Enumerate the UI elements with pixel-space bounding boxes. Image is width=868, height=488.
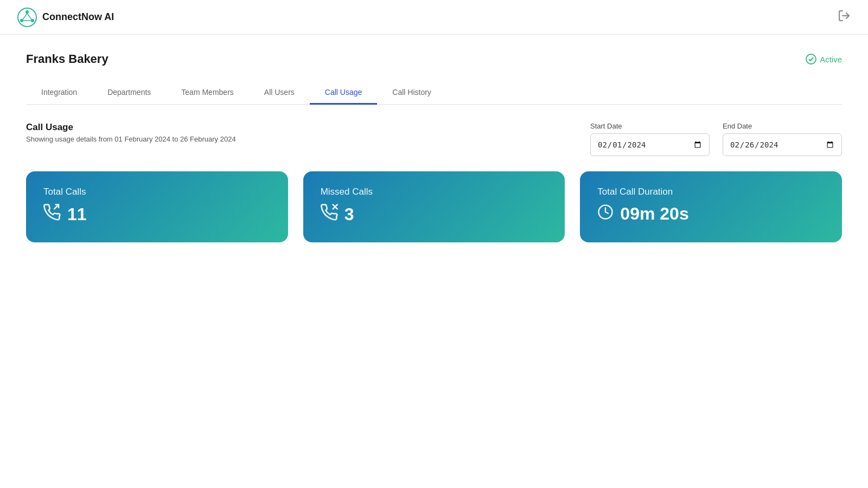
- total-calls-number: 11: [67, 204, 87, 224]
- end-date-group: End Date: [723, 122, 842, 156]
- missed-calls-title: Missed Calls: [321, 187, 548, 197]
- total-calls-card: Total Calls 11: [26, 171, 288, 242]
- total-duration-value-row: 09m 20s: [597, 204, 825, 224]
- logout-button[interactable]: [838, 9, 851, 25]
- page-title: Franks Bakery: [26, 52, 108, 66]
- svg-point-8: [806, 54, 816, 64]
- missed-calls-card: Missed Calls 3: [303, 171, 565, 242]
- section-subtitle: Showing usage details from 01 February 2…: [26, 135, 236, 143]
- total-calls-value-row: 11: [43, 204, 271, 225]
- date-filters: Start Date End Date: [590, 122, 842, 156]
- missed-calls-value-row: 3: [321, 204, 548, 225]
- stats-cards-row: Total Calls 11 Missed Calls: [26, 171, 842, 242]
- tab-departments[interactable]: Departments: [92, 81, 166, 105]
- tab-call-usage[interactable]: Call Usage: [310, 81, 377, 105]
- tab-all-users[interactable]: All Users: [249, 81, 310, 105]
- start-date-input[interactable]: [590, 133, 710, 156]
- svg-line-4: [27, 13, 32, 20]
- end-date-input[interactable]: [723, 133, 842, 156]
- page-header: Franks Bakery Active: [26, 52, 842, 66]
- clock-icon: [597, 204, 614, 224]
- tab-team-members[interactable]: Team Members: [166, 81, 248, 105]
- total-duration-title: Total Call Duration: [597, 187, 825, 197]
- section-header: Call Usage Showing usage details from 01…: [26, 122, 842, 156]
- start-date-group: Start Date: [590, 122, 710, 156]
- total-calls-title: Total Calls: [43, 187, 271, 197]
- svg-point-1: [25, 10, 29, 14]
- section-title: Call Usage: [26, 122, 236, 133]
- tab-call-history[interactable]: Call History: [377, 81, 446, 105]
- active-check-icon: [806, 54, 816, 65]
- main-content: Franks Bakery Active Integration Departm…: [0, 35, 868, 488]
- topbar: ConnectNow AI: [0, 0, 868, 35]
- section-info: Call Usage Showing usage details from 01…: [26, 122, 236, 143]
- app-name: ConnectNow AI: [42, 11, 114, 23]
- start-date-label: Start Date: [590, 122, 710, 130]
- end-date-label: End Date: [723, 122, 842, 130]
- tab-bar: Integration Departments Team Members All…: [26, 81, 842, 105]
- status-label: Active: [820, 55, 842, 64]
- logo-area: ConnectNow AI: [17, 8, 114, 27]
- missed-calls-number: 3: [344, 204, 354, 224]
- phone-incoming-icon: [43, 204, 61, 225]
- phone-missed-icon: [321, 204, 338, 225]
- total-duration-value: 09m 20s: [620, 204, 688, 224]
- status-badge: Active: [806, 54, 842, 65]
- tab-integration[interactable]: Integration: [26, 81, 92, 105]
- app-logo-icon: [17, 8, 37, 27]
- svg-line-5: [23, 13, 28, 20]
- total-duration-card: Total Call Duration 09m 20s: [580, 171, 842, 242]
